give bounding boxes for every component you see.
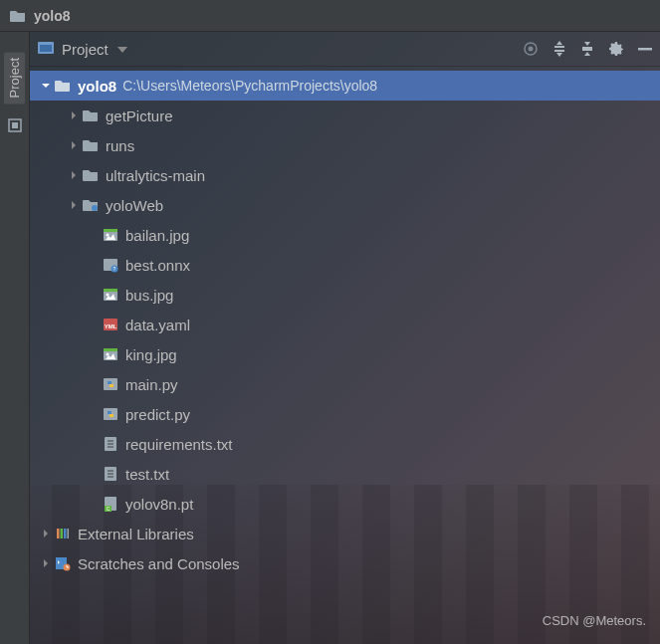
chevron-right-icon[interactable] (66, 170, 82, 180)
node-label: ultralytics-main (106, 167, 205, 184)
svg-point-7 (92, 205, 98, 211)
svg-rect-15 (104, 289, 117, 292)
chevron-right-icon[interactable] (38, 529, 54, 538)
python-icon (102, 375, 119, 393)
tree-item[interactable]: External Libraries (30, 519, 660, 548)
tree-item[interactable]: king.jpg (30, 339, 660, 369)
folder-icon (82, 166, 100, 184)
tree-item[interactable]: Cyolov8n.pt (30, 489, 660, 519)
scratches-icon (54, 554, 72, 572)
python-icon (102, 405, 119, 423)
folder-icon (82, 107, 100, 124)
select-opened-icon[interactable] (523, 41, 539, 57)
svg-rect-32 (68, 529, 70, 538)
svg-rect-29 (57, 529, 60, 538)
svg-rect-31 (64, 529, 67, 538)
onnx-icon: ? (102, 256, 119, 274)
node-label: runs (106, 137, 134, 154)
svg-point-16 (107, 294, 110, 297)
tree-item[interactable]: getPicture (30, 101, 660, 130)
panel-title[interactable]: Project (62, 41, 109, 58)
node-label: best.onnx (125, 257, 190, 274)
text-icon (102, 465, 119, 483)
node-label: yoloWeb (106, 197, 163, 214)
svg-rect-30 (61, 529, 64, 538)
node-label: requirements.txt (125, 436, 233, 453)
chevron-right-icon[interactable] (38, 558, 54, 568)
hide-icon[interactable] (638, 42, 652, 56)
folder-src-icon (82, 196, 100, 214)
tree-item[interactable]: yoloWeb (30, 190, 660, 220)
tree-item[interactable]: bus.jpg (30, 280, 660, 310)
collapse-all-icon[interactable] (580, 41, 594, 57)
project-view-icon (38, 41, 54, 58)
node-label: yolo8 (78, 78, 116, 95)
node-label: bailan.jpg (125, 227, 189, 244)
tree-item[interactable]: bailan.jpg (30, 220, 660, 250)
node-label: test.txt (125, 466, 169, 483)
image-icon (102, 286, 119, 304)
tool-sidebar: Project (0, 32, 30, 644)
yaml-icon: YML (102, 316, 119, 333)
folder-icon (54, 77, 72, 95)
svg-text:C: C (107, 506, 110, 512)
project-tree[interactable]: yolo8C:\Users\Meteors\PycharmProjects\yo… (30, 67, 660, 644)
tree-item[interactable]: ?best.onnx (30, 250, 660, 280)
structure-icon[interactable] (7, 117, 23, 136)
svg-point-5 (529, 47, 534, 52)
tree-item[interactable]: YMLdata.yaml (30, 310, 660, 339)
chevron-down-icon[interactable] (116, 41, 128, 58)
svg-text:?: ? (113, 266, 116, 272)
tree-item[interactable]: predict.py (30, 399, 660, 429)
image-icon (102, 345, 119, 363)
pt-icon: C (102, 495, 119, 513)
node-label: yolov8n.pt (125, 496, 193, 513)
svg-rect-20 (104, 348, 117, 351)
node-label: getPicture (106, 107, 173, 124)
folder-icon (82, 136, 100, 154)
libraries-icon (54, 525, 72, 542)
project-tool-tab[interactable]: Project (4, 52, 25, 104)
tree-item[interactable]: requirements.txt (30, 429, 660, 459)
node-label: bus.jpg (125, 287, 173, 304)
tree-item[interactable]: main.py (30, 369, 660, 399)
chevron-down-icon[interactable] (38, 81, 54, 91)
svg-text:YML: YML (105, 323, 117, 329)
svg-rect-3 (40, 45, 52, 52)
node-label: External Libraries (78, 526, 194, 542)
svg-point-21 (107, 353, 110, 356)
tree-item[interactable]: runs (30, 130, 660, 160)
node-label: predict.py (125, 406, 190, 423)
tree-item[interactable]: test.txt (30, 459, 660, 489)
titlebar: yolo8 (0, 0, 660, 32)
image-icon (102, 226, 119, 244)
tree-item[interactable]: Scratches and Consoles (30, 548, 660, 578)
svg-rect-1 (12, 122, 18, 128)
tree-item[interactable]: ultralytics-main (30, 160, 660, 190)
folder-icon (10, 9, 26, 23)
tree-root[interactable]: yolo8C:\Users\Meteors\PycharmProjects\yo… (30, 71, 660, 101)
watermark: CSDN @Meteors. (543, 613, 646, 628)
node-path: C:\Users\Meteors\PycharmProjects\yolo8 (122, 78, 377, 94)
gear-icon[interactable] (608, 41, 624, 57)
svg-rect-6 (638, 48, 652, 51)
node-label: king.jpg (125, 346, 177, 363)
svg-rect-9 (104, 229, 117, 232)
node-label: data.yaml (125, 317, 190, 333)
chevron-right-icon[interactable] (66, 200, 82, 210)
chevron-right-icon[interactable] (66, 110, 82, 120)
panel-header: Project (30, 32, 660, 67)
project-title: yolo8 (34, 8, 71, 24)
text-icon (102, 435, 119, 453)
node-label: main.py (125, 376, 178, 393)
node-label: Scratches and Consoles (78, 555, 240, 572)
panel-actions (523, 41, 652, 57)
project-panel: Project (30, 32, 660, 644)
chevron-right-icon[interactable] (66, 140, 82, 150)
expand-all-icon[interactable] (552, 41, 566, 57)
